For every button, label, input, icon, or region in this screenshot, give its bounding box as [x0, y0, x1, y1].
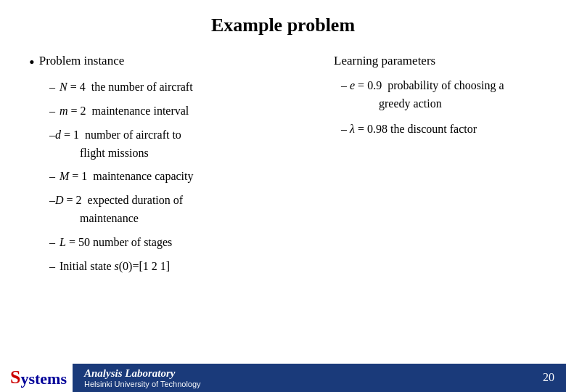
footer-analysis-lab: Analysis Laboratory — [84, 367, 201, 380]
desc-D-line2: maintenance — [49, 210, 319, 228]
dash-icon: – — [49, 234, 55, 252]
first-line-e: – e = 0.9 probability of choosing a — [341, 77, 537, 95]
footer: S ystems Analysis Laboratory Helsinki Un… — [0, 364, 566, 392]
initial-state-label: Initial state — [60, 258, 115, 276]
dash-icon: – — [49, 126, 55, 144]
desc-d-line1: number of aircraft to — [85, 126, 181, 144]
var-N: N — [60, 78, 67, 97]
first-line-d: – d = 1 number of aircraft to — [49, 126, 319, 144]
right-column: Learning parameters – e = 0.9 probabilit… — [334, 54, 537, 141]
problem-instance-bullet: • Problem instance — [29, 54, 319, 71]
var-lambda: λ — [350, 121, 355, 139]
list-item: – m = 2 maintenance interval — [29, 102, 319, 121]
desc-e-line1: probability of choosing a — [387, 77, 504, 95]
footer-blue-section: Analysis Laboratory Helsinki University … — [73, 364, 566, 392]
eq-lambda: = 0.98 — [355, 121, 390, 139]
desc-m: maintenance interval — [92, 102, 189, 121]
list-item: – M = 1 maintenance capacity — [29, 168, 319, 186]
dash-icon: – — [49, 258, 55, 276]
var-M: M — [60, 168, 69, 186]
desc-d-line2: flight missions — [49, 144, 319, 163]
bullet-dot: • — [29, 54, 35, 71]
first-line-D: – D = 2 expected duration of — [49, 192, 319, 210]
desc-e-line2: greedy action — [341, 95, 537, 113]
initial-state-eq: (0)=[1 2 1] — [119, 258, 170, 276]
right-list-item: – e = 0.9 probability of choosing a gree… — [334, 77, 537, 113]
var-m: m — [60, 102, 68, 121]
list-item: – D = 2 expected duration of maintenance — [29, 192, 319, 228]
list-item: – L = 50 number of stages — [29, 234, 319, 252]
content-area: • Problem instance – N = 4 the number of… — [29, 54, 537, 278]
footer-ystems: ystems — [20, 369, 67, 388]
eq-N: = 4 — [67, 78, 91, 97]
var-D: D — [55, 192, 64, 210]
footer-text-area: Analysis Laboratory Helsinki University … — [84, 367, 201, 389]
footer-brand: S ystems — [10, 367, 67, 388]
slide: Example problem • Problem instance – N =… — [0, 0, 566, 392]
dash-icon: – — [341, 121, 350, 139]
learning-parameters-label: Learning parameters — [334, 54, 537, 68]
dash-icon: – — [49, 168, 55, 186]
var-e: e — [350, 77, 355, 95]
initial-state-item: – Initial state s (0)=[1 2 1] — [29, 258, 319, 276]
right-list-item: – λ = 0.98 the discount factor — [334, 121, 537, 139]
footer-university: Helsinki University of Technology — [84, 380, 201, 389]
dash-icon: – — [49, 192, 55, 210]
eq-d: = 1 — [61, 126, 85, 144]
desc-D-line1: expected duration of — [88, 192, 184, 210]
dash-icon: – — [341, 77, 350, 95]
list-item: – N = 4 the number of aircraft — [29, 78, 319, 97]
eq-L: = 50 — [66, 234, 93, 252]
slide-title: Example problem — [29, 15, 537, 36]
desc-lambda: the discount factor — [390, 121, 477, 139]
var-d: d — [55, 126, 61, 144]
problem-instance-label: Problem instance — [39, 54, 125, 68]
list-item: – d = 1 number of aircraft to flight mis… — [29, 126, 319, 163]
left-column: • Problem instance – N = 4 the number of… — [29, 54, 319, 278]
desc-L: number of stages — [93, 234, 172, 252]
eq-e: = 0.9 — [355, 77, 387, 95]
eq-D: = 2 — [64, 192, 88, 210]
eq-M: = 1 — [69, 168, 93, 186]
footer-s-letter: S — [10, 367, 20, 388]
footer-page-number: 20 — [543, 371, 554, 384]
desc-N: the number of aircraft — [91, 78, 193, 97]
dash-icon: – — [49, 102, 55, 121]
desc-M: maintenance capacity — [93, 168, 193, 186]
eq-m: = 2 — [68, 102, 92, 121]
var-L: L — [60, 234, 66, 252]
footer-brand-box: S ystems — [0, 364, 73, 392]
dash-icon: – — [49, 78, 55, 97]
